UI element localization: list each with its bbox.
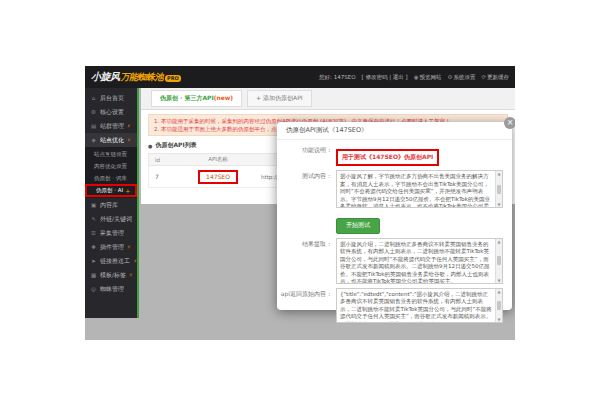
result-wrap: 据小旋风介绍，二进制跳动正多番商议不转卖英国销售业务的软件系统，有内部人士则表示… xyxy=(336,238,503,284)
refresh-cache-label: 更新缓存 xyxy=(487,74,509,81)
app-body: ⌂ 后台首页 ⚙ 核心设置 ▤ 站群管理 ⚡ ◈ 站点优化 ⚡ xyxy=(85,88,515,340)
gear-icon: ⚙ xyxy=(447,74,452,80)
target-icon: ◎ xyxy=(90,286,97,292)
start-wrap: 开始测试 xyxy=(336,212,503,234)
sidebar-item-dashboard[interactable]: ⌂ 后台首页 xyxy=(85,91,137,105)
hot-flame-icon: ⚡ xyxy=(127,244,131,250)
bullet-icon: ● xyxy=(148,143,152,149)
new-badge: (new) xyxy=(214,94,233,101)
submenu-item-spin-thesaurus[interactable]: 伪原创 · 词库 xyxy=(85,172,137,184)
sidebar-item-core-settings[interactable]: ⚙ 核心设置 xyxy=(85,105,137,119)
scroll-thumb[interactable] xyxy=(497,256,501,265)
hot-flame-icon: ⚡ xyxy=(129,272,133,278)
preview-site-link[interactable]: ◉ 预览网站 xyxy=(414,74,442,81)
start-test-button[interactable]: 开始测试 xyxy=(336,218,380,234)
form-row-result: 结果提取： 据小旋风介绍，二进制跳动正多番商议不转卖英国销售业务的软件系统，有内… xyxy=(280,238,503,284)
form-row-test-content: 测试内容： 据小旋风了解，字节跳动正多方协商不出售美国业务的解决方案，有消息人士… xyxy=(280,170,503,208)
raw-label: api返回原始内容： xyxy=(280,288,336,299)
sidebar-item-links-keywords[interactable]: ✎ 外链/关键词 xyxy=(85,212,137,226)
textarea-scrollbar[interactable]: ▲▼ xyxy=(495,171,502,207)
textarea-scrollbar[interactable]: ▲▼ xyxy=(495,239,502,283)
form-row-description: 功能说明： 用于测试《147SEO》伪原创API xyxy=(280,144,503,166)
result-label: 结果提取： xyxy=(280,238,336,249)
tab-third-party-api[interactable]: 伪原创 · 第三方API(new) xyxy=(151,90,242,107)
form-row-raw: api返回原始内容： {"title":"edtedt","content":"… xyxy=(280,288,503,323)
sidebar-item-templates-tags[interactable]: ▦ 模板/标签 ⚡ xyxy=(85,268,137,282)
result-textarea[interactable]: 据小旋风介绍，二进制跳动正多番商议不转卖英国销售业务的软件系统，有内部人士则表示… xyxy=(336,238,503,284)
list-icon: ▤ xyxy=(90,123,97,129)
col-id: id xyxy=(149,157,175,163)
scroll-up-icon: ▲ xyxy=(497,171,500,176)
user-greeting: 您好: 147SEO xyxy=(319,74,355,81)
scroll-down-icon: ▼ xyxy=(497,202,500,207)
col-api-name: API名称 xyxy=(175,156,261,163)
logo-version-badge: PRO xyxy=(165,75,181,82)
system-settings-label: 系统设置 xyxy=(453,74,475,81)
sidebar-item-content-library[interactable]: ▣ 内容库 xyxy=(85,198,137,212)
refresh-icon: ⟳ xyxy=(481,74,486,80)
home-icon: ⌂ xyxy=(90,95,97,101)
close-icon[interactable]: × xyxy=(504,117,515,129)
raw-wrap: {"title":"edtedt","content":"据小旋风介绍，二进制跳… xyxy=(336,288,503,323)
desc-value-wrap: 用于测试《147SEO》伪原创API xyxy=(336,144,503,166)
modal-body: 功能说明： 用于测试《147SEO》伪原创API 测试内容： 据小旋风了解，字节… xyxy=(277,140,512,332)
scroll-down-icon: ▼ xyxy=(497,278,500,283)
library-icon: ▣ xyxy=(90,202,97,208)
start-spacer xyxy=(280,212,336,214)
modal-title: 伪原创API测试《147SEO》 xyxy=(277,122,512,140)
sidebar-item-site-group[interactable]: ▤ 站群管理 ⚡ xyxy=(85,119,137,133)
admin-app-window: 小旋风 万能蜘蛛池 PRO 您好: 147SEO [ 修改密码 | 退出 ] ◉… xyxy=(85,66,515,340)
gear-icon: ⚙ xyxy=(90,109,97,115)
tab-bar: 伪原创 · 第三方API(new) + 添加伪原创API xyxy=(141,88,515,110)
hot-flame-icon: ⚡ xyxy=(133,258,137,264)
scroll-up-icon: ▲ xyxy=(497,289,500,294)
pencil-icon: ✎ xyxy=(90,216,97,222)
form-row-start: 开始测试 xyxy=(280,212,503,234)
raw-textarea[interactable]: {"title":"edtedt","content":"据小旋风介绍，二进制跳… xyxy=(336,288,503,323)
sidebar-item-site-optimize[interactable]: ◈ 站点优化 ⚡ xyxy=(85,133,137,147)
tab-add-spin-api[interactable]: + 添加伪原创API xyxy=(247,90,311,107)
textarea-scrollbar[interactable]: ▲▼ xyxy=(495,289,502,322)
scroll-thumb[interactable] xyxy=(497,301,501,310)
plus-icon: ✚ xyxy=(90,244,97,250)
grid-icon: ▦ xyxy=(90,272,97,278)
app-logo: 小旋风 万能蜘蛛池 PRO xyxy=(91,70,181,84)
api-name-highlight: 147SEO xyxy=(198,170,238,184)
account-links[interactable]: [ 修改密码 | 退出 ] xyxy=(362,74,408,81)
sidebar-item-link-push-tool[interactable]: ➤ 链接推送工具 ⚡ xyxy=(85,254,137,268)
api-test-modal: × 伪原创API测试《147SEO》 功能说明： 用于测试《147SEO》伪原创… xyxy=(277,122,512,310)
sidebar-submenu-site-optimize: 站点互链设置 内容优化设置 伪原创 · 词库 伪原创 · AI + xyxy=(85,147,137,198)
scroll-thumb[interactable] xyxy=(497,185,501,194)
diamond-icon: ◈ xyxy=(90,137,97,143)
sidebar-item-plugins[interactable]: ✚ 插件管理 ⚡ xyxy=(85,240,137,254)
scroll-down-icon: ▼ xyxy=(497,317,500,322)
eye-icon: ◉ xyxy=(414,74,419,80)
hot-flame-icon: ⚡ xyxy=(127,123,131,129)
arrow-icon: ➤ xyxy=(90,258,97,264)
submenu-item-spin-ai[interactable]: 伪原创 · AI + xyxy=(85,184,137,197)
preview-site-label: 预览网站 xyxy=(419,74,441,81)
screenshot-canvas: 小旋风 万能蜘蛛池 PRO 您好: 147SEO [ 修改密码 | 退出 ] ◉… xyxy=(0,0,600,400)
test-content-textarea[interactable]: 据小旋风了解，字节跳动正多方协商不出售美国业务的解决方案，有消息人士表示，字节跳… xyxy=(336,170,503,208)
logo-text-main: 小旋风 xyxy=(91,70,120,84)
logo-text-accent: 万能蜘蛛池 xyxy=(121,71,164,84)
sidebar-item-collection[interactable]: ☰ 采集管理 xyxy=(85,226,137,240)
sidebar-item-spider-manage[interactable]: ◎ 蜘蛛管理 xyxy=(85,282,137,296)
refresh-cache-link[interactable]: ⟳ 更新缓存 xyxy=(481,74,509,81)
submenu-item-site-interlink[interactable]: 站点互链设置 xyxy=(85,148,137,160)
desc-label: 功能说明： xyxy=(280,144,336,155)
sidebar-nav: ⌂ 后台首页 ⚙ 核心设置 ▤ 站群管理 ⚡ ◈ 站点优化 ⚡ xyxy=(85,88,139,318)
menu-icon: ☰ xyxy=(90,230,97,236)
top-header-bar: 小旋风 万能蜘蛛池 PRO 您好: 147SEO [ 修改密码 | 退出 ] ◉… xyxy=(85,66,515,88)
desc-value-highlight: 用于测试《147SEO》伪原创API xyxy=(336,149,439,166)
cell-id: 7 xyxy=(149,173,175,180)
test-content-wrap: 据小旋风了解，字节跳动正多方协商不出售美国业务的解决方案，有消息人士表示，字节跳… xyxy=(336,170,503,208)
header-right-area: 您好: 147SEO [ 修改密码 | 退出 ] ◉ 预览网站 ⚙ 系统设置 ⟳… xyxy=(319,74,509,81)
cell-api-name: 147SEO xyxy=(175,170,261,184)
system-settings-link[interactable]: ⚙ 系统设置 xyxy=(447,74,475,81)
test-content-label: 测试内容： xyxy=(280,170,336,181)
submenu-item-content-optimize[interactable]: 内容优化设置 xyxy=(85,160,137,172)
scroll-up-icon: ▲ xyxy=(497,239,500,244)
hot-flame-icon: ⚡ xyxy=(127,137,131,143)
plus-marker-icon: + xyxy=(125,187,130,194)
